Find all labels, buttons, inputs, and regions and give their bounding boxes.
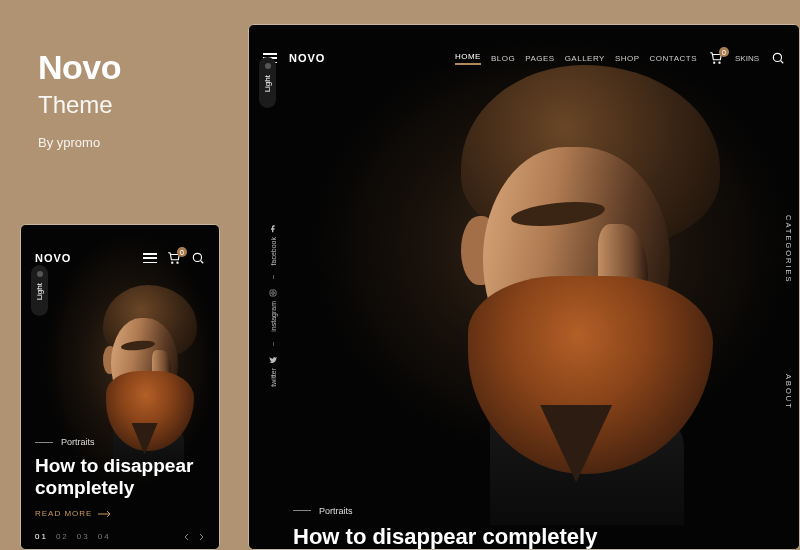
chevron-right-icon[interactable] [197, 533, 205, 541]
search-icon[interactable] [771, 51, 785, 65]
theme-toggle[interactable]: Light [259, 57, 276, 108]
brand-logo[interactable]: NOVO [289, 52, 325, 64]
post-category[interactable]: Portraits [61, 437, 95, 447]
pager-item[interactable]: 02 [56, 532, 69, 541]
rail-about[interactable]: ABOUT [784, 374, 793, 410]
menu-icon[interactable] [143, 253, 157, 263]
svg-point-7 [272, 292, 275, 295]
brand-logo[interactable]: NOVO [35, 252, 71, 264]
pager-item[interactable]: 04 [98, 532, 111, 541]
social-rail: facebook instagram twitter [269, 225, 277, 387]
twitter-icon [269, 356, 277, 364]
theme-toggle-label: Light [263, 75, 272, 92]
pager-current[interactable]: 01 [35, 532, 48, 541]
cart-button[interactable]: 0 [167, 251, 181, 265]
nav-home[interactable]: HOME [455, 52, 481, 65]
theme-toggle[interactable]: Light [31, 265, 48, 316]
nav-skins[interactable]: SKINS [735, 54, 759, 63]
svg-point-2 [193, 253, 201, 261]
facebook-icon [269, 225, 277, 233]
cart-badge: 0 [177, 247, 187, 257]
pager-item[interactable]: 03 [77, 532, 90, 541]
chevron-left-icon[interactable] [183, 533, 191, 541]
post-headline[interactable]: How to disappear completely [35, 455, 205, 499]
svg-point-4 [719, 62, 720, 63]
desktop-preview-window: NOVO HOME BLOG PAGES GALLERY SHOP CONTAC… [248, 24, 800, 550]
search-icon[interactable] [191, 251, 205, 265]
promo-subtitle: Theme [38, 91, 121, 119]
nav-blog[interactable]: BLOG [491, 54, 515, 63]
svg-point-3 [714, 62, 715, 63]
instagram-icon [269, 289, 277, 297]
arrow-right-icon [98, 511, 112, 517]
right-rail: CATEGORIES ABOUT [784, 215, 793, 409]
svg-point-5 [773, 53, 781, 61]
rail-categories[interactable]: CATEGORIES [784, 215, 793, 284]
cart-badge: 0 [719, 47, 729, 57]
theme-toggle-label: Light [35, 283, 44, 300]
read-more-link[interactable]: READ MORE [35, 509, 205, 518]
post-category[interactable]: Portraits [319, 506, 353, 516]
slide-pager: 01 02 03 04 [35, 532, 205, 541]
svg-point-1 [177, 262, 178, 263]
social-facebook[interactable]: facebook [269, 225, 277, 265]
mobile-preview-window: NOVO 0 Light Portraits How to disappear … [20, 224, 220, 550]
svg-rect-6 [270, 290, 276, 296]
social-twitter[interactable]: twitter [269, 356, 277, 387]
nav-contacts[interactable]: CONTACTS [650, 54, 697, 63]
svg-point-0 [172, 262, 173, 263]
nav-shop[interactable]: SHOP [615, 54, 640, 63]
social-instagram[interactable]: instagram [269, 289, 277, 332]
nav-gallery[interactable]: GALLERY [565, 54, 605, 63]
post-headline[interactable]: How to disappear completely [293, 524, 785, 549]
hero-image [249, 25, 799, 549]
promo-byline: By ypromo [38, 135, 121, 150]
nav-pages[interactable]: PAGES [525, 54, 554, 63]
promo-title: Novo [38, 48, 121, 87]
primary-nav: HOME BLOG PAGES GALLERY SHOP CONTACTS [455, 52, 697, 65]
cart-button[interactable]: 0 [709, 51, 723, 65]
